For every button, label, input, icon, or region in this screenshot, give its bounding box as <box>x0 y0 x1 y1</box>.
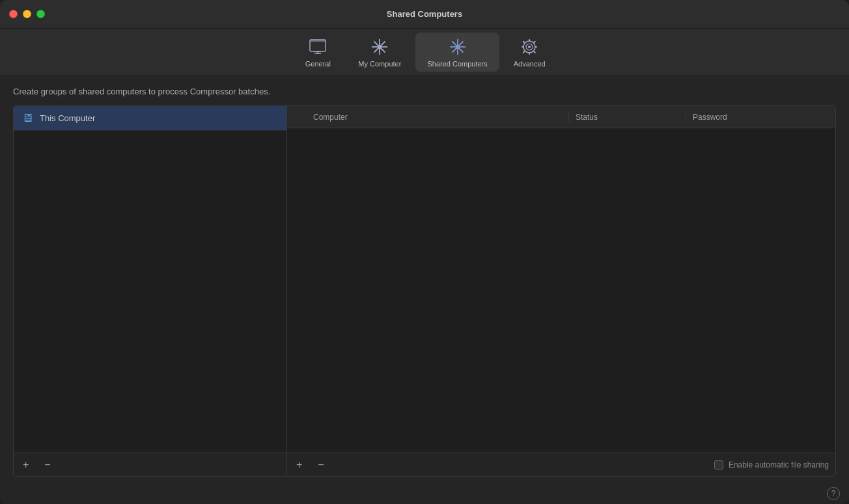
svg-point-9 <box>378 45 382 49</box>
minimize-button[interactable] <box>23 10 31 18</box>
svg-rect-19 <box>535 46 537 48</box>
advanced-icon <box>519 36 540 57</box>
group-name: This Computer <box>40 113 95 123</box>
svg-rect-18 <box>522 46 524 48</box>
titlebar: Shared Computers <box>0 0 849 29</box>
svg-rect-16 <box>529 39 530 42</box>
auto-share-container: Enable automatic file sharing <box>714 460 829 469</box>
traffic-lights <box>9 10 45 18</box>
general-icon <box>307 36 328 57</box>
computer-column-header: Computer <box>307 113 568 122</box>
window-title: Shared Computers <box>387 9 462 19</box>
status-column-header: Status <box>568 113 686 122</box>
remove-computer-button[interactable]: − <box>315 458 326 471</box>
shared-computers-icon <box>447 36 468 57</box>
auto-share-label: Enable automatic file sharing <box>729 460 829 469</box>
svg-rect-1 <box>310 40 326 42</box>
svg-point-15 <box>528 46 531 48</box>
description-text: Create groups of shared computers to pro… <box>13 87 836 96</box>
svg-rect-17 <box>529 52 530 55</box>
help-button[interactable]: ? <box>827 487 840 500</box>
tab-shared-computers[interactable]: Shared Computers <box>415 33 499 72</box>
my-computer-tab-label: My Computer <box>358 60 401 68</box>
tab-advanced[interactable]: Advanced <box>502 33 557 72</box>
main-window: Shared Computers General <box>0 0 849 504</box>
shared-computers-tab-label: Shared Computers <box>427 60 487 68</box>
groups-panel: 🖥 This Computer + − <box>14 106 287 476</box>
auto-share-checkbox[interactable] <box>714 460 723 469</box>
tab-general[interactable]: General <box>292 33 344 72</box>
groups-panel-footer: + − <box>14 453 286 476</box>
computers-panel: Computer Status Password + − Enable auto… <box>287 106 835 476</box>
list-item[interactable]: 🖥 This Computer <box>14 106 286 131</box>
computers-panel-footer: + − Enable automatic file sharing <box>287 453 835 476</box>
svg-point-14 <box>456 45 460 49</box>
remove-group-button[interactable]: − <box>42 458 53 471</box>
password-column-header: Password <box>686 113 835 122</box>
tab-my-computer[interactable]: My Computer <box>346 33 413 72</box>
general-tab-label: General <box>305 60 331 68</box>
groups-list: 🖥 This Computer <box>14 106 286 453</box>
close-button[interactable] <box>9 10 18 18</box>
window-footer: ? <box>0 483 849 504</box>
computer-icon: 🖥 <box>21 111 33 125</box>
content-area: Create groups of shared computers to pro… <box>0 76 849 483</box>
add-computer-button[interactable]: + <box>294 458 305 471</box>
toolbar: General My Computer <box>0 29 849 76</box>
add-group-button[interactable]: + <box>20 458 31 471</box>
table-header: Computer Status Password <box>287 106 835 128</box>
panels-container: 🖥 This Computer + − Computer Status Pass… <box>13 105 836 477</box>
advanced-tab-label: Advanced <box>514 60 546 68</box>
my-computer-icon <box>369 36 390 57</box>
maximize-button[interactable] <box>36 10 45 18</box>
computers-table-body <box>287 128 835 453</box>
